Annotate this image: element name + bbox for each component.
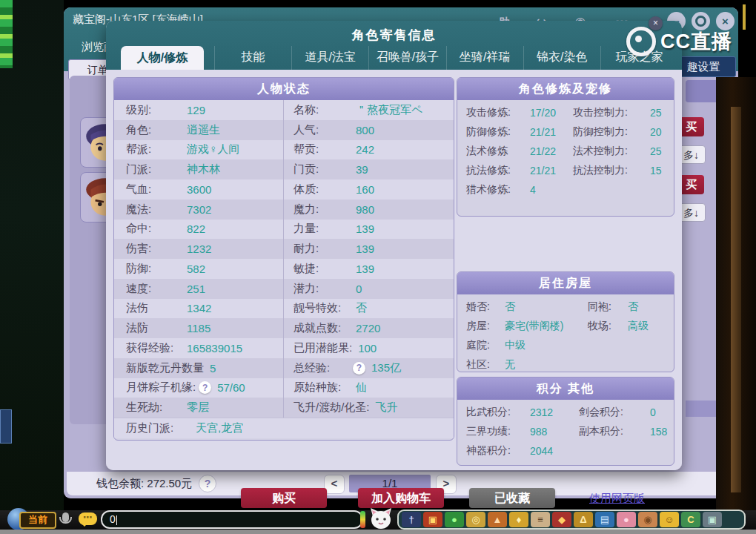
gold-ring-icon[interactable]: ◎ — [466, 512, 485, 527]
stat-value: 飞升 — [376, 400, 398, 415]
stat-label: 法术修炼 — [466, 145, 527, 158]
tab[interactable]: 坐骑/祥瑞 — [446, 46, 523, 70]
wallet-balance: 钱包余额: 272.50元 — [96, 477, 192, 491]
stat-value: 神木林 — [187, 162, 220, 177]
sword-icon[interactable]: † — [402, 512, 421, 527]
stat-label: 月饼粽子机缘: — [126, 380, 196, 395]
points-row: 三界功绩: 988 副本积分: 158 — [457, 422, 674, 441]
stat-label: 剑会积分: — [579, 406, 647, 419]
green-orb-icon[interactable]: ● — [445, 512, 464, 527]
housing-rows: 婚否: 否 同袍: 否 房屋: 豪宅(带阁楼) 牧场: 高级 — [457, 294, 674, 372]
stat-value: 21/21 — [530, 165, 573, 177]
tab[interactable]: 技能 — [214, 46, 291, 70]
stat-label: 副本积分: — [579, 425, 647, 438]
screen: 藏宝阁-山东1区 [东海崂山] 浏览商 助 ↪ ◉ ⋯ − × 订单管理 — [0, 0, 756, 534]
cat-face-icon[interactable] — [369, 507, 393, 530]
page-prev-button[interactable]: < — [324, 475, 345, 494]
red-pouch-icon[interactable]: ◆ — [552, 512, 571, 527]
housing-row: 房屋: 豪宅(带阁楼) 牧场: 高级 — [457, 317, 674, 336]
stat-value: 251 — [187, 283, 205, 295]
wallet-help-icon[interactable]: ? — [199, 475, 216, 492]
stat-value: 0 — [356, 283, 362, 295]
stat-value: 1232 — [187, 243, 211, 255]
stat-label: 帮派: — [126, 142, 181, 156]
status-row: 人气: 800 — [284, 120, 454, 140]
gold-pile-icon[interactable]: ♦ — [509, 512, 528, 527]
chat-bubble-icon[interactable]: ⋯ — [79, 512, 97, 525]
stat-value: 7302 — [187, 203, 211, 216]
stat-label: 力量: — [294, 222, 350, 236]
channel-current-button[interactable]: 当前 — [19, 512, 56, 529]
stat-value: 3600 — [187, 183, 211, 196]
smiley-icon[interactable]: ☺ — [660, 512, 679, 527]
stat-label: 靓号特效: — [294, 301, 350, 315]
stat-label: 攻击控制力: — [573, 106, 647, 119]
status-row: 敏捷: 139 — [284, 259, 454, 279]
chat-taskbar: 当前 ⋯ 0 †▣●◎▲♦≡◆Δ▤●◉☺C▣ — [0, 510, 756, 530]
stat-label: 气血: — [126, 182, 181, 197]
stat-value: 2044 — [530, 445, 579, 457]
status-row: 伤害: 1232 — [114, 239, 283, 259]
stat-value: 中级 — [505, 339, 588, 352]
stat-label: 已用潜能果: — [294, 341, 352, 355]
panel-title: 角色修炼及宠修 — [457, 78, 674, 100]
tab[interactable]: 召唤兽/孩子 — [368, 46, 445, 70]
stat-label: 房屋: — [466, 320, 502, 333]
status-row: 法防 1185 — [114, 318, 283, 338]
status-row: 体质: 160 — [284, 179, 454, 200]
scroll-icon[interactable]: ≡ — [531, 512, 550, 527]
status-row: 名称: ＂熬夜冠军ペ — [284, 100, 454, 120]
status-row: 生死劫: 零层 — [114, 398, 283, 418]
tab[interactable]: 道具/法宝 — [291, 46, 368, 70]
tab[interactable]: 锦衣/染色 — [523, 46, 600, 70]
cc-live-logo-icon — [626, 27, 656, 56]
stat-value: 零层 — [187, 400, 209, 415]
status-row: 获得经验: 165839015 — [114, 338, 283, 358]
peach-icon[interactable]: ● — [617, 512, 636, 527]
stat-value: 否 — [356, 301, 367, 315]
status-row: 靓号特效: 否 — [284, 299, 454, 319]
stat-value: 豪宅(带阁楼) — [505, 320, 588, 333]
clothes-icon[interactable]: ▲ — [488, 512, 507, 527]
stat-label: 耐力: — [294, 242, 350, 256]
stat-value: 21/22 — [530, 145, 573, 157]
blue-book-icon[interactable]: ▤ — [595, 512, 614, 527]
status-row: 新版乾元丹数量 5 — [114, 358, 283, 378]
status-row: 级别: 129 — [114, 100, 283, 120]
dialog-header: 角色寄售信息 人物/修炼 技能道具/法宝召唤兽/孩子坐骑/祥瑞锦衣/染色玩家之家 — [106, 21, 682, 70]
stat-value: 20 — [650, 126, 662, 138]
stat-label: 飞升/渡劫/化圣: — [294, 400, 370, 415]
stat-label: 同袍: — [588, 300, 625, 314]
wood-texture — [731, 107, 741, 492]
chat-input[interactable]: 0 — [101, 510, 363, 529]
stat-value: 2720 — [356, 322, 380, 334]
status-row: 法伤 1342 — [114, 299, 283, 319]
stat-value: 2312 — [530, 406, 579, 418]
cultivation-row: 法术修炼 21/22 法术控制力: 25 — [457, 142, 674, 161]
stat-label: 成就点数: — [294, 321, 350, 335]
help-icon[interactable]: ? — [199, 381, 211, 394]
stat-label: 攻击修炼: — [466, 106, 527, 119]
stat-label: 比武积分: — [466, 406, 527, 419]
status-row: 门贡: 39 — [284, 159, 454, 179]
microphone-icon[interactable] — [62, 512, 69, 522]
treasure-chest-icon[interactable]: ▣ — [423, 512, 442, 527]
favorited-button[interactable]: 已收藏 — [469, 488, 555, 508]
status-row: 帮派: 游戏♀人间 — [114, 140, 283, 160]
status-row: 防御: 582 — [114, 259, 283, 279]
bell-icon[interactable]: Δ — [574, 512, 593, 527]
stat-value: 1185 — [187, 322, 210, 334]
web-version-link[interactable]: 使用网页版 — [589, 492, 645, 506]
stat-label: 魔法: — [126, 202, 181, 217]
stat-label: 社区: — [466, 358, 502, 372]
help-icon[interactable]: ? — [353, 362, 365, 375]
fist-icon[interactable]: ◉ — [638, 512, 657, 527]
stat-value: 135亿 — [371, 361, 401, 375]
tab-character-cultivation[interactable]: 人物/修炼 — [121, 46, 204, 70]
stat-value: 165839015 — [187, 342, 242, 355]
monitor-icon[interactable]: ▣ — [703, 512, 722, 527]
buy-button[interactable]: 购买 — [241, 488, 327, 508]
add-to-cart-button[interactable]: 加入购物车 — [358, 488, 444, 508]
panel-title: 积分 其他 — [457, 378, 674, 400]
c-badge-icon[interactable]: C — [681, 512, 700, 527]
